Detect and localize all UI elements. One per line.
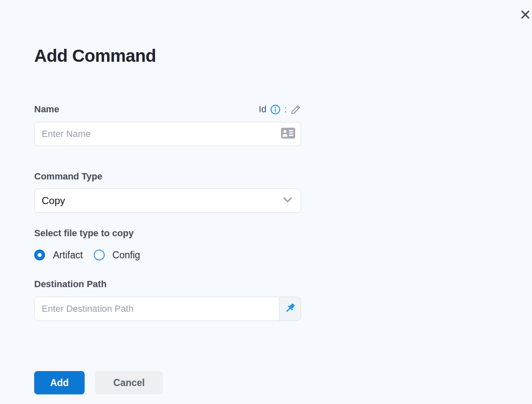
file-type-radio-group: Artifact Config <box>34 249 301 261</box>
close-icon <box>520 9 531 22</box>
radio-option-artifact[interactable]: Artifact <box>34 250 83 261</box>
form-actions: Add Cancel <box>34 371 301 394</box>
radio-selected-icon[interactable] <box>34 250 45 260</box>
destination-path-label: Destination Path <box>34 279 301 290</box>
command-type-select[interactable]: Copy <box>34 189 301 213</box>
radio-label-artifact: Artifact <box>53 250 83 261</box>
add-command-form: Name Id : <box>34 104 301 394</box>
name-input-wrap <box>34 122 301 146</box>
command-type-label: Command Type <box>34 171 301 182</box>
id-colon: : <box>284 104 287 115</box>
name-label: Name <box>34 104 59 115</box>
close-button[interactable] <box>519 10 531 21</box>
id-card-icon <box>281 127 296 141</box>
info-circle-icon[interactable] <box>270 104 281 115</box>
page-title: Add Command <box>34 46 156 66</box>
name-field-header: Name Id : <box>34 104 301 115</box>
destination-input-group <box>34 297 301 321</box>
id-label: Id <box>259 104 266 115</box>
pushpin-icon <box>284 302 296 316</box>
pin-addon-button[interactable] <box>279 297 301 321</box>
radio-unselected-icon[interactable] <box>94 250 105 260</box>
pencil-icon[interactable] <box>291 104 301 115</box>
add-command-panel: Add Command Name Id : <box>0 0 532 404</box>
destination-path-input[interactable] <box>34 297 279 321</box>
cancel-button[interactable]: Cancel <box>95 371 163 394</box>
name-input[interactable] <box>34 122 301 146</box>
radio-label-config: Config <box>113 250 140 261</box>
radio-option-config[interactable]: Config <box>94 250 140 261</box>
chevron-down-icon <box>283 197 292 205</box>
file-type-label: Select file type to copy <box>34 228 301 240</box>
id-group: Id : <box>259 104 301 115</box>
add-button[interactable]: Add <box>34 371 85 394</box>
command-type-value: Copy <box>42 195 65 207</box>
